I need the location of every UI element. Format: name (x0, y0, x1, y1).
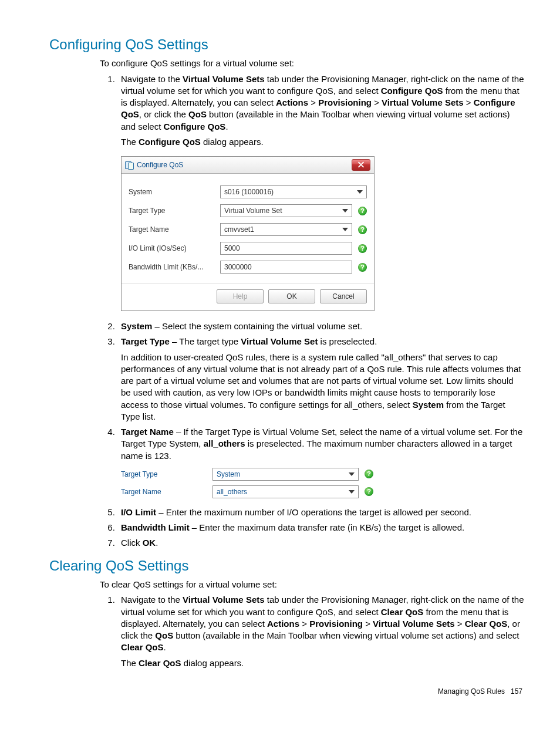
step-2: System – Select the system containing th… (117, 320, 525, 332)
help-icon[interactable]: ? (358, 244, 367, 253)
help-icon[interactable]: ? (358, 207, 367, 215)
dialog-titlebar: Configure QoS (122, 157, 374, 174)
help-icon[interactable]: ? (358, 263, 367, 272)
bandwidth-limit-input[interactable]: 3000000 (220, 261, 352, 274)
cancel-button[interactable]: Cancel (320, 289, 367, 303)
target-type-combo[interactable]: Virtual Volume Set (220, 204, 352, 217)
ok-button[interactable]: OK (268, 289, 315, 303)
dialog-app-icon (125, 161, 133, 169)
footer-title: Managing QoS Rules (438, 687, 505, 696)
step-5: I/O Limit – Enter the maximum number of … (117, 507, 525, 518)
step-6: Bandwidth Limit – Enter the maximum data… (117, 522, 525, 534)
label-io-limit: I/O Limit (IOs/Sec) (129, 244, 220, 253)
target-system-panel: Target Type System ? Target Name all_oth… (121, 468, 373, 498)
help-button[interactable]: Help (217, 289, 264, 303)
system-combo[interactable]: s016 (1000016) (220, 185, 367, 198)
section2-intro: To clear QoS settings for a virtual volu… (100, 579, 525, 590)
chevron-down-icon (349, 490, 355, 494)
label-bw-limit: Bandwidth Limit (KBs/... (129, 262, 220, 272)
target-type-combo-2[interactable]: System (212, 468, 359, 481)
chevron-down-icon (342, 228, 348, 231)
target-name-combo[interactable]: cmvvset1 (220, 223, 352, 236)
section1-steps: Navigate to the Virtual Volume Sets tab … (117, 73, 525, 549)
label-target-name-2: Target Name (121, 487, 212, 497)
configure-qos-dialog: Configure QoS System s016 (1000016) Targ… (121, 156, 375, 311)
close-button[interactable] (352, 159, 370, 171)
target-name-combo-2[interactable]: all_others (212, 485, 359, 498)
step-c1-after: The Clear QoS dialog appears. (121, 657, 525, 669)
footer-page: 157 (511, 687, 522, 696)
label-target-name: Target Name (129, 225, 220, 234)
page-footer: Managing QoS Rules 157 (35, 687, 525, 696)
label-target-type: Target Type (129, 206, 220, 215)
io-limit-input[interactable]: 5000 (220, 242, 352, 255)
help-icon[interactable]: ? (365, 487, 373, 496)
step-7: Click OK. (117, 537, 525, 549)
step-1: Navigate to the Virtual Volume Sets tab … (117, 73, 525, 312)
dialog-title: Configure QoS (137, 160, 183, 170)
section2-steps: Navigate to the Virtual Volume Sets tab … (117, 594, 525, 669)
step-c1: Navigate to the Virtual Volume Sets tab … (117, 594, 525, 669)
section-heading-clearing: Clearing QoS Settings (49, 556, 525, 575)
help-icon[interactable]: ? (358, 225, 367, 234)
label-target-type-2: Target Type (121, 470, 212, 479)
step-1-after: The Configure QoS dialog appears. (121, 136, 525, 148)
label-system: System (129, 187, 220, 197)
close-icon (358, 162, 364, 168)
step-3-para: In addition to user-created QoS rules, t… (121, 352, 525, 423)
section-heading-configuring: Configuring QoS Settings (49, 35, 525, 54)
chevron-down-icon (357, 190, 363, 194)
help-icon[interactable]: ? (365, 470, 373, 478)
chevron-down-icon (342, 209, 348, 212)
step-4: Target Name – If the Target Type is Virt… (117, 426, 525, 498)
chevron-down-icon (349, 472, 355, 476)
step-3: Target Type – The target type Virtual Vo… (117, 336, 525, 423)
section1-intro: To configure QoS settings for a virtual … (100, 58, 525, 69)
